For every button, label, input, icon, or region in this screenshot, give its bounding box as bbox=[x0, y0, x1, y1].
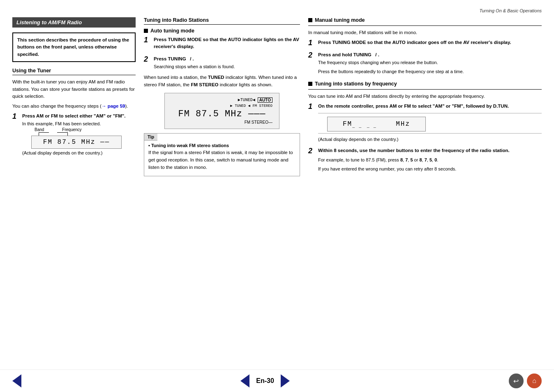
freq-step2-desc2: If you have entered the wrong number, yo… bbox=[318, 166, 542, 173]
home-button[interactable]: ⌂ bbox=[527, 374, 542, 388]
middle-step2-title: Press TUNING / . bbox=[154, 55, 300, 62]
tuner-body2-text: You can also change the frequency steps … bbox=[12, 104, 102, 108]
right-step2: 2 Press and hold TUNING / . The frequenc… bbox=[308, 51, 542, 75]
freq-step1-number: 1 bbox=[308, 103, 316, 111]
nav-prev-arrow[interactable] bbox=[12, 374, 21, 387]
freq-step2-content: Within 8 seconds, use the number buttons… bbox=[318, 147, 542, 173]
left-step1-content: Press AM or FM to select either "AM" or … bbox=[22, 113, 136, 155]
auto-heading: Auto tuning mode bbox=[150, 28, 194, 34]
bracket-horiz-1 bbox=[39, 132, 49, 133]
tip-bullet: • Tuning into weak FM stereo stations bbox=[148, 143, 295, 148]
tip-content: • Tuning into weak FM stereo stations If… bbox=[144, 141, 300, 176]
manual-body: In manual tuning mode, FM stations will … bbox=[308, 29, 542, 37]
tuner-body1: With the built-in tuner you can enjoy AM… bbox=[12, 78, 136, 100]
columns-layout: Listening to AM/FM Radio This section de… bbox=[12, 17, 542, 177]
right-step1-number: 1 bbox=[308, 39, 316, 47]
home-icon: ⌂ bbox=[532, 377, 536, 385]
page-number-box: En-30 bbox=[240, 374, 290, 387]
freq-black-square bbox=[308, 82, 312, 86]
band-label: Band bbox=[35, 127, 44, 132]
middle-step2: 2 Press TUNING / . Searching stops when … bbox=[144, 55, 300, 70]
bottom-bar: En-30 ↩ ⌂ bbox=[0, 369, 554, 392]
tuned-text: ▶TUNED◀ bbox=[238, 97, 255, 102]
right-step2-desc1: The frequency stops changing when you re… bbox=[318, 59, 542, 66]
middle-step2-desc: Searching stops when a station is found. bbox=[154, 63, 300, 70]
display-caption: (Actual display depends on the country.) bbox=[22, 150, 136, 155]
tip-box: Tip • Tuning into weak FM stereo station… bbox=[144, 133, 300, 176]
auto-heading-wrapper: Auto tuning mode bbox=[144, 28, 300, 34]
freq-section: Tuning into stations by frequency You ca… bbox=[308, 81, 542, 173]
right-step1-title: Press TUNING MODE so that the AUTO indic… bbox=[318, 39, 542, 46]
left-display-text: FM 87.5 MHz —— bbox=[43, 138, 110, 146]
info-box: This section describes the procedure of … bbox=[12, 32, 136, 62]
divider-1 bbox=[308, 25, 542, 26]
auto-badge: AUTO bbox=[258, 97, 272, 103]
section-title-left: Listening to AM/FM Radio bbox=[12, 17, 136, 28]
right-step2-content: Press and hold TUNING / . The frequency … bbox=[318, 51, 542, 75]
left-step1-desc: In this example, FM has been selected. bbox=[22, 120, 136, 127]
fm-stereo-label: FM STEREO— bbox=[171, 120, 272, 125]
middle-step2-content: Press TUNING / . Searching stops when a … bbox=[154, 55, 300, 70]
tuner-subheading: Using the Tuner bbox=[12, 68, 136, 75]
main-display: ▶TUNED◀ AUTO ▶ TUNED ◀ FM STEREO FM 87.5… bbox=[164, 93, 279, 129]
middle-step2-number: 2 bbox=[144, 55, 151, 64]
right-step1: 1 Press TUNING MODE so that the AUTO ind… bbox=[308, 39, 542, 47]
tip-header: Tip bbox=[144, 134, 157, 141]
manual-heading: Manual tuning mode bbox=[315, 17, 365, 23]
black-square-icon bbox=[144, 29, 148, 33]
freq-step1-content: On the remote controller, press AM or FM… bbox=[318, 103, 542, 143]
left-display-box: FM 87.5 MHz —— bbox=[31, 136, 122, 149]
bottom-icons: ↩ ⌂ bbox=[509, 374, 542, 388]
display-labels: Band Frequency bbox=[31, 127, 122, 132]
page-arrow-right[interactable] bbox=[281, 374, 290, 387]
display-top-row: ▶TUNED◀ AUTO bbox=[171, 97, 272, 103]
page-arrow-left[interactable] bbox=[240, 374, 249, 387]
left-display-wrapper: Band Frequency FM 87.5 MHz —— bbox=[31, 127, 122, 149]
freq-heading-wrapper: Tuning into stations by frequency bbox=[308, 81, 542, 87]
tuner-body2: You can also change the frequency steps … bbox=[12, 103, 136, 110]
tip-body: If the signal from a stereo FM station i… bbox=[148, 149, 295, 171]
divider-2 bbox=[308, 89, 542, 90]
freq-step2-number: 2 bbox=[308, 147, 316, 155]
right-display-box: FM_ _ _ _ MHz bbox=[327, 117, 426, 131]
freq-heading: Tuning into stations by frequency bbox=[315, 81, 397, 87]
middle-body-text: When tuned into a station, the TUNED ind… bbox=[144, 74, 300, 89]
header-title: Turning On & Basic Operations bbox=[480, 8, 542, 13]
freq-body: You can tune into AM and FM stations dir… bbox=[308, 93, 542, 100]
right-step1-content: Press TUNING MODE so that the AUTO indic… bbox=[318, 39, 542, 47]
tuner-link[interactable]: → page 59 bbox=[102, 104, 125, 108]
middle-column: Tuning into Radio Stations Auto tuning m… bbox=[144, 17, 300, 176]
right-step2-number: 2 bbox=[308, 51, 316, 60]
back-button[interactable]: ↩ bbox=[509, 374, 524, 388]
tip-bullet-text: Tuning into weak FM stereo stations bbox=[151, 143, 229, 148]
left-column: Listening to AM/FM Radio This section de… bbox=[12, 17, 136, 159]
middle-step1-number: 1 bbox=[144, 36, 151, 44]
middle-step1-title: Press TUNING MODE so that the AUTO indic… bbox=[154, 36, 300, 51]
info-box-text: This section describes the procedure of … bbox=[17, 37, 129, 57]
freq-caption: (Actual display depends on the country.) bbox=[318, 136, 542, 143]
page-container: Turning On & Basic Operations Listening … bbox=[0, 0, 554, 392]
freq-step1: 1 On the remote controller, press AM or … bbox=[308, 103, 542, 143]
bracket-lines bbox=[31, 132, 122, 136]
tuned-indicator: ▶TUNED◀ bbox=[238, 97, 255, 102]
small-indicator-text: ▶ TUNED ◀ FM STEREO bbox=[171, 104, 272, 108]
middle-section-title: Tuning into Radio Stations bbox=[144, 17, 300, 25]
right-column: Manual tuning mode In manual tuning mode… bbox=[308, 17, 542, 177]
page-number: En-30 bbox=[256, 377, 274, 385]
left-step1-title: Press AM or FM to select either "AM" or … bbox=[22, 113, 136, 120]
tuner-body2-end: ). bbox=[125, 104, 128, 108]
middle-step1: 1 Press TUNING MODE so that the AUTO ind… bbox=[144, 36, 300, 51]
right-display-wrapper: FM_ _ _ _ MHz bbox=[327, 117, 426, 131]
bracket-line-2 bbox=[67, 132, 68, 136]
manual-heading-wrapper: Manual tuning mode bbox=[308, 17, 542, 23]
freq-divider-bottom bbox=[318, 133, 542, 134]
back-icon: ↩ bbox=[513, 377, 519, 385]
left-step1-number: 1 bbox=[12, 113, 20, 121]
freq-step2-title: Within 8 seconds, use the number buttons… bbox=[318, 147, 542, 154]
page-header: Turning On & Basic Operations bbox=[12, 8, 542, 13]
middle-step1-content: Press TUNING MODE so that the AUTO indic… bbox=[154, 36, 300, 51]
right-display-text: FM_ _ _ _ MHz bbox=[343, 120, 410, 128]
freq-step2-desc1: For example, to tune to 87.5 (FM), press… bbox=[318, 157, 542, 164]
left-step1: 1 Press AM or FM to select either "AM" o… bbox=[12, 113, 136, 155]
freq-divider bbox=[318, 113, 542, 113]
